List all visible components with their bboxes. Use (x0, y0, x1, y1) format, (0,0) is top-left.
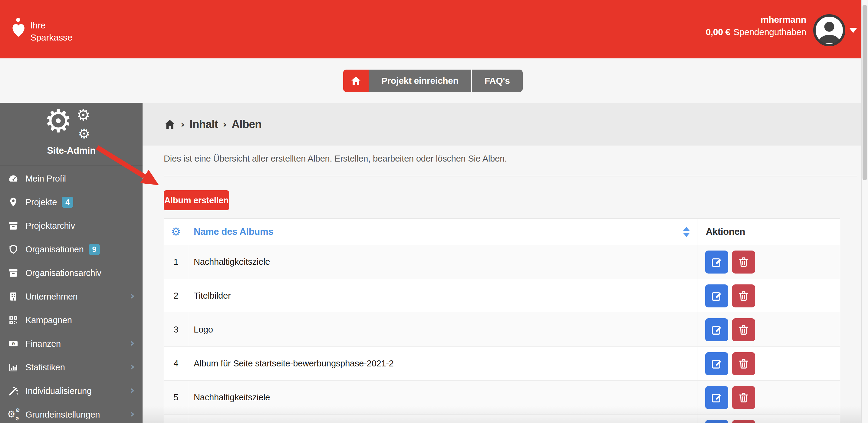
nav-submit-project-button[interactable]: Projekt einreichen (369, 70, 471, 92)
edit-icon (711, 358, 722, 369)
sidebar-item[interactable]: Individualisierung › (0, 379, 143, 403)
brand-logo[interactable]: Ihre Sparkasse (11, 14, 72, 43)
edit-button[interactable] (705, 386, 728, 409)
album-name: Titelbilder (188, 279, 698, 313)
edit-button[interactable] (705, 251, 728, 273)
breadcrumb-item-inhalt[interactable]: Inhalt (189, 118, 218, 131)
trash-icon (738, 256, 749, 268)
sidebar-item-icon-slot (8, 291, 19, 302)
delete-button[interactable] (732, 251, 755, 273)
delete-button[interactable] (732, 386, 755, 409)
sidebar-item[interactable]: ⚙⚙⚙ Grundeinstellungen › (0, 403, 143, 423)
table-row: 5 Nachhaltigkeitsziele (164, 381, 840, 415)
gear-icon: ⚙ (76, 107, 91, 123)
delete-button[interactable] (732, 420, 755, 423)
sidebar-item[interactable]: Projekte 4 (0, 190, 143, 214)
sidebar-item-label: Projekte (25, 197, 57, 207)
album-name (188, 415, 698, 423)
trash-icon (738, 324, 749, 335)
sidebar-item-icon-slot: ⚙⚙⚙ (8, 409, 19, 420)
album-name: Album für Seite startseite-bewerbungspha… (188, 347, 698, 380)
table-row: 1 Nachhaltigkeitsziele (164, 245, 840, 279)
sidebar-item-icon-slot (8, 315, 19, 326)
gear-icon: ⚙ (78, 127, 90, 140)
chevron-right-icon: › (130, 407, 135, 420)
album-name: Nachhaltigkeitsziele (188, 245, 698, 279)
sidebar-item[interactable]: Unternehmen › (0, 285, 143, 308)
table-settings-cell[interactable]: ⚙ (164, 219, 188, 245)
row-actions (698, 381, 840, 414)
edit-icon (711, 290, 722, 302)
name-column-header[interactable]: Name des Albums (188, 219, 698, 245)
chevron-right-icon: › (130, 289, 135, 302)
sort-icon[interactable] (683, 227, 690, 237)
site-admin-header[interactable]: ⚙ ⚙ ⚙ Site-Admin (0, 103, 143, 165)
gear-icon[interactable]: ⚙ (171, 226, 181, 237)
chevron-right-icon: › (130, 360, 135, 373)
sidebar-item-label: Unternehmen (25, 292, 78, 302)
count-badge: 9 (89, 244, 100, 255)
sidebar-menu: Mein Profil Projekte 4 Projektarchiv Org… (0, 167, 143, 423)
row-actions (698, 347, 840, 380)
user-avatar-button[interactable] (812, 13, 846, 47)
create-album-button[interactable]: Album erstellen (164, 190, 229, 210)
nav-faq-button[interactable]: FAQ's (472, 70, 523, 92)
delete-button[interactable] (732, 352, 755, 375)
edit-button[interactable] (705, 285, 728, 307)
edit-button[interactable] (705, 420, 728, 423)
admin-sidebar: ⚙ ⚙ ⚙ Site-Admin Mein Profil Projekte 4 … (0, 103, 143, 423)
row-number: 2 (164, 279, 188, 313)
table-body: 1 Nachhaltigkeitsziele 2 Titelbilder (164, 245, 840, 423)
sidebar-item-icon-slot (8, 244, 19, 255)
edit-icon (711, 324, 722, 335)
qrcode-icon (8, 315, 19, 325)
page: { "header": { "brand_line1": "Ihre", "br… (0, 0, 868, 423)
edit-button[interactable] (705, 318, 728, 341)
shield-icon (8, 244, 19, 255)
user-info: mhermann 0,00 €Spendenguthaben (706, 14, 806, 39)
chevron-separator: › (181, 119, 185, 130)
sidebar-item-label: Projektarchiv (25, 221, 75, 231)
row-number: 1 (164, 245, 188, 279)
heart-logo-icon (11, 17, 27, 39)
row-actions (698, 279, 840, 313)
sidebar-item-label: Grundeinstellungen (25, 410, 100, 420)
edit-button[interactable] (705, 352, 728, 375)
name-header-label[interactable]: Name des Albums (194, 226, 273, 237)
sidebar-item[interactable]: 1 Finanzen › (0, 332, 143, 356)
nav-home-button[interactable] (343, 70, 369, 92)
building-icon (8, 291, 19, 302)
delete-button[interactable] (732, 285, 755, 307)
svg-text:1: 1 (13, 343, 14, 345)
table-row (164, 415, 840, 423)
sidebar-item[interactable]: Mein Profil (0, 167, 143, 190)
sidebar-item-label: Individualisierung (25, 386, 92, 396)
sidebar-item[interactable]: Statistiken › (0, 356, 143, 379)
table-row: 3 Logo (164, 313, 840, 347)
gears-icon: ⚙⚙⚙ (8, 409, 19, 420)
sidebar-item[interactable]: Organisationen 9 (0, 237, 143, 261)
row-actions (698, 415, 840, 423)
magic-wand-icon (8, 386, 19, 396)
breadcrumb-home-button[interactable] (164, 118, 176, 130)
sidebar-item[interactable]: Projektarchiv (0, 214, 143, 237)
donation-balance: 0,00 €Spendenguthaben (706, 25, 806, 39)
home-icon (350, 75, 362, 87)
sidebar-item-label: Organisationen (25, 245, 84, 255)
delete-button[interactable] (732, 318, 755, 341)
sidebar-item-label: Finanzen (25, 339, 61, 349)
trash-icon (738, 358, 749, 369)
sidebar-item-label: Organisationsarchiv (25, 268, 101, 278)
sidebar-item-label: Kampagnen (25, 315, 72, 325)
row-number: 3 (164, 313, 188, 347)
sidebar-item-icon-slot: 1 (8, 338, 19, 349)
sidebar-item[interactable]: Kampagnen (0, 308, 143, 332)
trash-icon (738, 392, 749, 403)
sidebar-item-label: Mein Profil (25, 174, 66, 184)
edit-icon (711, 256, 722, 268)
sidebar-item[interactable]: Organisationsarchiv (0, 261, 143, 285)
albums-table: ⚙ Name des Albums Aktionen 1 Nachhaltigk… (164, 219, 840, 423)
scrollbar-thumb[interactable] (863, 5, 867, 180)
sidebar-item-icon-slot (8, 267, 19, 279)
caret-down-icon[interactable] (849, 28, 857, 37)
